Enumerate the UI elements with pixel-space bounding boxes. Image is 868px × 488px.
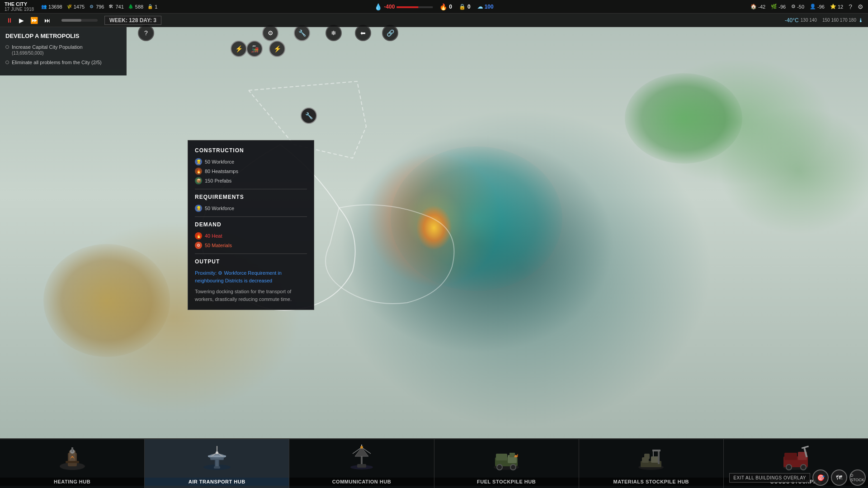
workers-icon: 🛠 bbox=[108, 4, 114, 10]
tab-materials-stockpile-hub[interactable]: MATERIALS STOCKPILE HUB bbox=[579, 439, 724, 488]
map-icon-transport3[interactable]: ⚡ bbox=[269, 41, 285, 57]
building-description: Towering docking station for the transpo… bbox=[195, 288, 307, 303]
city-flame bbox=[416, 205, 452, 250]
svg-rect-39 bbox=[652, 450, 660, 451]
temp-scale: 130 140 bbox=[801, 18, 817, 23]
city-info: THE CITY 17 JUNE 1918 bbox=[5, 1, 34, 12]
req-worker-icon: 👷 bbox=[195, 205, 202, 212]
svg-rect-28 bbox=[496, 454, 507, 460]
demand-heat: 🔥 40 Heat bbox=[195, 232, 307, 239]
locked-value: 0 bbox=[467, 4, 471, 10]
requirements-title: REQUIREMENTS bbox=[195, 194, 307, 200]
center-resources: 💧 -400 🔥 0 🔒 0 ☁ 100 bbox=[374, 3, 493, 10]
cost-workforce: 👷 50 Workforce bbox=[195, 158, 307, 165]
tab-fuel-stockpile-hub[interactable]: FUEL STOCKPILE HUB bbox=[434, 439, 579, 488]
lock-resource: 🔒 1 bbox=[147, 4, 157, 10]
materials-resource: ⚙ 796 bbox=[88, 4, 104, 10]
lock-value: 1 bbox=[155, 4, 157, 9]
map-icon-transport1[interactable]: ⚡ bbox=[231, 41, 247, 57]
house-icon: 🏠 bbox=[750, 4, 757, 9]
right-val2: 🌿 -96 bbox=[771, 4, 786, 9]
materials-stockpile-svg bbox=[635, 444, 667, 471]
green-district bbox=[625, 73, 742, 164]
map-icon-wrench[interactable]: 🔧 bbox=[294, 25, 310, 41]
zero-value: 0 bbox=[449, 4, 452, 10]
question-btn[interactable]: ? bbox=[849, 3, 852, 10]
heatstamps-value: 80 Heatstamps bbox=[205, 169, 238, 174]
settings-btn[interactable]: ⚙ bbox=[858, 3, 863, 10]
map-icon-arrow[interactable]: ⬅ bbox=[355, 25, 371, 41]
heatstamp-icon: 🔥 bbox=[195, 168, 202, 175]
svg-point-15 bbox=[216, 451, 218, 454]
materials-stockpile-image bbox=[633, 441, 669, 473]
objectives-title: DEVELOP A METROPOLIS bbox=[5, 33, 121, 39]
obj-dot-1 bbox=[5, 45, 9, 49]
svg-rect-37 bbox=[644, 454, 650, 459]
materials-icon: ⚙ bbox=[88, 4, 94, 10]
wood-resource: 🌲 588 bbox=[127, 4, 143, 10]
top-bar: THE CITY 17 JUNE 1918 👥 13698 🌾 1475 ⚙ 7… bbox=[0, 0, 868, 14]
tree2-icon: 🌿 bbox=[771, 4, 777, 9]
map-icon-wrench-center[interactable]: 🔧 bbox=[301, 108, 317, 124]
heating-hub-svg bbox=[57, 444, 88, 471]
fire-icon: 🔥 bbox=[439, 3, 447, 10]
snow-resource: ☁ 100 bbox=[477, 4, 494, 10]
req-workforce: 👷 50 Workforce bbox=[195, 205, 307, 212]
exit-buildings-overlay-button[interactable]: EXIT ALL BUILDINGS OVERLAY bbox=[729, 473, 810, 483]
map-btn[interactable]: 🗺 bbox=[831, 469, 847, 486]
right-val3: ⚙ -50 bbox=[791, 4, 804, 9]
map-icon-transport2[interactable]: 🚂 bbox=[246, 41, 263, 57]
speed-controls: ⏸ ▶ ⏩ ⏭ bbox=[5, 16, 52, 25]
obj-text-1: Increase Capital City Population (13,698… bbox=[12, 44, 83, 56]
output-title: OUTPUT bbox=[195, 258, 307, 265]
map-icon-link[interactable]: 🔗 bbox=[382, 25, 398, 41]
right-val5: ⭐ 12 bbox=[830, 4, 843, 9]
svg-rect-5 bbox=[71, 447, 73, 452]
heat-demand-icon: 🔥 bbox=[195, 232, 202, 239]
tab-heating-hub[interactable]: HEATING HUB bbox=[0, 439, 145, 488]
gold-district bbox=[43, 244, 170, 357]
prefabs-value: 150 Prefabs bbox=[205, 178, 231, 183]
objective-2: Eliminate all problems from the City (2/… bbox=[5, 59, 121, 66]
fuel-stockpile-label: FUEL STOCKPILE HUB bbox=[434, 478, 579, 486]
workers-value: 741 bbox=[115, 4, 123, 9]
overlay-buttons: EXIT ALL BUILDINGS OVERLAY 🎯 🗺 D STOCK bbox=[729, 469, 866, 486]
tab-communication-hub[interactable]: COMMUNICATION HUB bbox=[289, 439, 434, 488]
fastest-button[interactable]: ⏭ bbox=[42, 16, 52, 25]
air-transport-label: AIR TRANSPORT HUB bbox=[145, 478, 289, 486]
svg-rect-17 bbox=[214, 466, 220, 469]
svg-rect-11 bbox=[208, 455, 226, 457]
workers-resource: 🛠 741 bbox=[108, 4, 123, 10]
svg-rect-25 bbox=[357, 464, 366, 468]
pause-button[interactable]: ⏸ bbox=[5, 16, 14, 25]
teal-district bbox=[391, 146, 562, 291]
heating-hub-image bbox=[54, 441, 90, 473]
wood-value: 588 bbox=[135, 4, 143, 9]
construction-panel: CONSTRUCTION 👷 50 Workforce 🔥 80 Heatsta… bbox=[188, 140, 314, 310]
fast-forward-button[interactable]: ⏩ bbox=[28, 16, 40, 25]
map-icon-question[interactable]: ? bbox=[138, 25, 154, 41]
air-transport-svg bbox=[201, 444, 233, 471]
play-button[interactable]: ▶ bbox=[17, 16, 26, 25]
city-date: 17 JUNE 1918 bbox=[5, 7, 34, 12]
svg-rect-38 bbox=[658, 450, 660, 464]
wood-icon: 🌲 bbox=[127, 4, 134, 10]
tab-air-transport-hub[interactable]: AIR TRANSPORT HUB bbox=[145, 439, 289, 488]
svg-point-30 bbox=[510, 465, 516, 470]
materials-value: 796 bbox=[96, 4, 104, 9]
snow-value: 100 bbox=[485, 4, 494, 10]
svg-rect-3 bbox=[66, 461, 79, 463]
demand-materials: ⚙ 50 Materials bbox=[195, 242, 307, 249]
city-name: THE CITY bbox=[5, 1, 34, 7]
heating-hub-label: HEATING HUB bbox=[0, 478, 144, 486]
communication-svg bbox=[346, 444, 377, 471]
air-transport-image bbox=[199, 441, 235, 473]
target-btn[interactable]: 🎯 bbox=[812, 469, 829, 486]
water-value: -400 bbox=[384, 4, 395, 10]
person-icon: 👤 bbox=[810, 4, 816, 9]
d-stock-btn[interactable]: D STOCK bbox=[849, 469, 866, 486]
materials-stockpile-label: MATERIALS STOCKPILE HUB bbox=[579, 478, 723, 486]
lock-icon: 🔒 bbox=[147, 4, 153, 10]
map-icon-snowflake[interactable]: ❄ bbox=[326, 25, 342, 41]
map-icon-gear[interactable]: ⚙ bbox=[262, 25, 278, 41]
